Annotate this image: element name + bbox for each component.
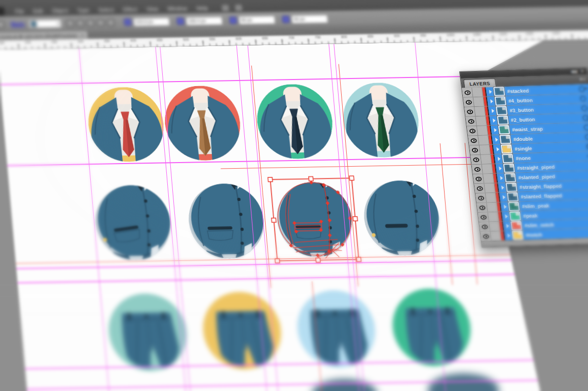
lock-cell[interactable] xyxy=(477,126,488,135)
artwork-jacket-back-straight-flap[interactable] xyxy=(186,183,267,261)
lock-cell[interactable] xyxy=(480,145,491,154)
artwork-jacket-back-selected[interactable] xyxy=(274,181,355,259)
artwork-jacket-back-slant-flap[interactable] xyxy=(92,184,174,262)
artwork-suit-red-tie[interactable] xyxy=(85,87,167,165)
visibility-toggle[interactable] xyxy=(479,222,490,231)
menu-view[interactable]: View xyxy=(141,5,163,14)
disclosure-triangle-icon[interactable] xyxy=(489,90,492,94)
visibility-toggle[interactable] xyxy=(469,145,481,155)
visibility-toggle[interactable] xyxy=(475,193,487,203)
graphic-style-icon[interactable] xyxy=(96,19,104,26)
h-field-input[interactable]: 65 px xyxy=(291,14,328,23)
artwork-pants-blue[interactable] xyxy=(293,288,380,372)
disclosure-triangle-icon[interactable] xyxy=(504,205,507,209)
visibility-toggle[interactable] xyxy=(474,184,485,193)
scroll-up-icon[interactable]: ▲ xyxy=(584,86,588,90)
visibility-toggle[interactable] xyxy=(476,203,488,212)
disclosure-triangle-icon[interactable] xyxy=(507,233,510,238)
close-panel-icon[interactable]: ✕ xyxy=(580,69,584,73)
target-circle-icon[interactable] xyxy=(582,115,588,121)
artwork-pants-green[interactable] xyxy=(388,287,475,370)
artwork-pants-teal[interactable] xyxy=(104,292,192,375)
visibility-toggle[interactable] xyxy=(465,116,476,126)
menu-help[interactable]: Help xyxy=(192,4,213,13)
visibility-toggle[interactable] xyxy=(473,174,484,184)
disclosure-triangle-icon[interactable] xyxy=(501,185,504,189)
lock-cell[interactable] xyxy=(478,135,489,145)
w-field-input[interactable]: 65 px xyxy=(238,15,275,24)
style-dropdown[interactable]: ▾ xyxy=(28,19,61,28)
artwork-suit-green-tie[interactable] xyxy=(340,82,422,160)
eye-icon xyxy=(474,167,481,171)
layer-thumbnail xyxy=(504,173,516,183)
collapse-panel-icon[interactable]: ◀◀ xyxy=(570,69,577,74)
menu-edit[interactable]: Edit xyxy=(28,7,48,15)
menu-object[interactable]: Object xyxy=(47,7,73,15)
disclosure-triangle-icon[interactable] xyxy=(499,166,502,170)
disclosure-triangle-icon[interactable] xyxy=(495,138,498,142)
lock-cell[interactable] xyxy=(486,193,497,203)
artwork-suit-navy-tie[interactable] xyxy=(254,84,336,162)
align-icon[interactable] xyxy=(106,19,115,26)
disclosure-triangle-icon[interactable] xyxy=(498,157,501,161)
disclosure-triangle-icon[interactable] xyxy=(493,119,496,123)
menu-window[interactable]: Window xyxy=(163,5,193,13)
menu-file[interactable]: File xyxy=(10,7,29,16)
visibility-toggle[interactable] xyxy=(464,107,475,116)
lock-cell[interactable] xyxy=(482,164,493,174)
x-field-input[interactable]: 443.6 px xyxy=(133,17,170,26)
bridge-icon[interactable] xyxy=(221,4,230,12)
appearance-link[interactable]: Basic xyxy=(11,21,25,27)
lock-cell[interactable] xyxy=(483,174,494,183)
disclosure-triangle-icon[interactable] xyxy=(490,99,493,103)
lock-cell[interactable] xyxy=(481,154,492,164)
lock-cell[interactable] xyxy=(489,222,500,231)
artwork-jacket-back-piped[interactable] xyxy=(361,180,443,258)
menu-effect[interactable]: Effect xyxy=(118,5,142,14)
tab-close-icon[interactable]: × xyxy=(81,32,84,37)
disclosure-triangle-icon[interactable] xyxy=(505,214,508,218)
lock-cell[interactable] xyxy=(484,183,495,193)
eye-icon xyxy=(477,196,484,200)
panel-menu-icon[interactable]: ▼≡ xyxy=(579,77,586,82)
visibility-toggle[interactable] xyxy=(481,231,492,241)
lock-cell[interactable] xyxy=(473,97,485,107)
lock-cell[interactable] xyxy=(475,116,487,126)
target-circle-icon[interactable] xyxy=(583,125,588,130)
disclosure-triangle-icon[interactable] xyxy=(494,128,497,132)
visibility-toggle[interactable] xyxy=(468,136,479,145)
layer-thumbnail xyxy=(502,154,513,164)
artwork-suit-brown-tie[interactable] xyxy=(162,85,243,163)
y-field-input[interactable]: 189.4 px xyxy=(186,16,223,25)
artwork-partial-bottom[interactable] xyxy=(426,373,500,391)
opacity-icon[interactable] xyxy=(86,19,94,26)
visibility-toggle[interactable] xyxy=(467,126,478,136)
workspace-icon[interactable] xyxy=(234,4,243,12)
artwork-pants-yellow[interactable] xyxy=(199,290,286,374)
disclosure-triangle-icon[interactable] xyxy=(503,195,506,199)
lock-cell[interactable] xyxy=(491,231,502,241)
menu-select[interactable]: Select xyxy=(93,6,119,14)
tab-layers[interactable]: LAYERS xyxy=(463,79,496,88)
visibility-toggle[interactable] xyxy=(462,88,473,97)
lock-cell[interactable] xyxy=(487,203,498,212)
menu-type[interactable]: Type xyxy=(72,6,94,15)
lock-cell[interactable] xyxy=(488,212,499,222)
visibility-toggle[interactable] xyxy=(463,97,474,107)
disclosure-triangle-icon[interactable] xyxy=(492,109,495,113)
target-circle-icon[interactable] xyxy=(580,96,586,101)
disclosure-triangle-icon[interactable] xyxy=(500,176,503,180)
target-circle-icon[interactable] xyxy=(581,105,587,111)
visibility-toggle[interactable] xyxy=(470,155,482,165)
disclosure-triangle-icon[interactable] xyxy=(496,147,499,151)
visibility-toggle[interactable] xyxy=(472,165,483,174)
visibility-toggle[interactable] xyxy=(478,212,489,222)
layer-name: #slim_peak xyxy=(522,201,588,209)
selection-tool-icon[interactable] xyxy=(0,20,5,28)
lock-cell[interactable] xyxy=(474,106,486,116)
stroke-icon[interactable] xyxy=(66,19,74,27)
artwork-partial-bottom[interactable] xyxy=(310,378,379,391)
disclosure-triangle-icon[interactable] xyxy=(506,224,509,228)
lock-cell[interactable] xyxy=(472,88,483,97)
brush-icon[interactable] xyxy=(76,19,84,27)
